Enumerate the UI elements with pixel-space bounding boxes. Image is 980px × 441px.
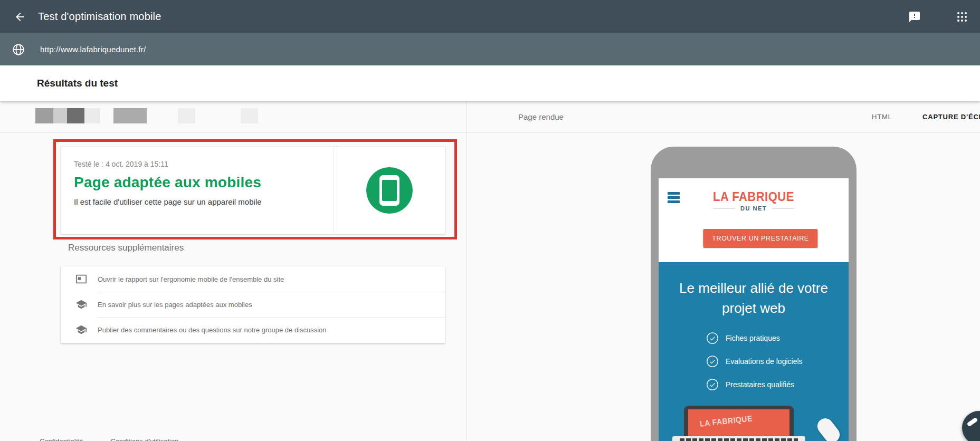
results-heading: Résultats du test [37,78,118,89]
page-title: Test d'optimisation mobile [38,11,161,23]
site-feature-item: Fiches pratiques [706,332,849,344]
skeleton-block [35,108,100,123]
panel-divider [467,101,467,441]
mobile-friendly-test-page: Test d'optimisation mobile http://www.la… [0,0,980,441]
school-icon [75,324,88,335]
tab-screenshot[interactable]: CAPTURE D'ÉCRAN [922,113,980,121]
site-feature-item: Evaluations de logiciels [706,355,849,368]
site-logo: LA FABRIQUE DU NET [659,190,849,212]
site-hero-title: Le meilleur allié de votre projet web [673,278,834,318]
resource-label: Ouvrir le rapport sur l'ergonomie mobile… [98,275,284,283]
site-logo-line2: DU NET [659,205,849,212]
laptop-screen-text: LA FABRIQUE [699,414,753,428]
phone-mockup: LA FABRIQUE DU NET TROUVER UN PRESTATAIR… [651,147,857,441]
back-arrow-icon [14,11,26,23]
skeleton-block [241,108,258,123]
site-hero-section: Le meilleur allié de votre projet web Fi… [659,262,849,441]
terms-link[interactable]: Conditions d'utilisation [110,437,178,441]
site-cta-button: TROUVER UN PRESTATAIRE [703,229,817,248]
laptop-illustration: LA FABRIQUE [672,406,805,441]
tested-url-bar: http://www.lafabriquedunet.fr/ [0,33,980,65]
skeleton-block [113,108,147,123]
school-icon [75,299,88,310]
check-circle-icon [706,332,719,344]
resource-label: En savoir plus sur les pages adaptées au… [98,301,252,309]
apps-grid-icon [956,11,968,23]
site-feature-label: Prestataires qualifiés [726,380,794,389]
red-annotation-box [53,139,457,239]
feedback-button[interactable] [904,6,925,27]
resource-link-site-report[interactable]: Ouvrir le rapport sur l'ergonomie mobile… [61,266,445,292]
resource-label: Publier des commentaires ou des question… [98,326,327,334]
back-button[interactable] [11,7,30,26]
feedback-fab[interactable] [962,411,980,441]
globe-icon [12,43,25,56]
feedback-icon [908,11,921,23]
site-feature-label: Evaluations de logiciels [726,357,803,366]
resource-link-discussion-group[interactable]: Publier des commentaires ou des question… [61,317,445,342]
footer: ConfidentialitéConditions d'utilisation [40,437,206,441]
horizontal-divider [0,132,980,133]
tab-html[interactable]: HTML [872,113,892,121]
resources-card: Ouvrir le rapport sur l'ergonomie mobile… [61,266,445,343]
skeleton-block [178,108,195,123]
fab-icon [967,417,978,427]
site-feature-label: Fiches pratiques [726,334,780,342]
privacy-link[interactable]: Confidentialité [40,437,83,441]
resource-link-learn-more[interactable]: En savoir plus sur les pages adaptées au… [61,292,445,317]
tested-url: http://www.lafabriquedunet.fr/ [40,45,146,54]
check-circle-icon [706,378,719,391]
site-feature-item: Prestataires qualifiés [706,378,849,391]
site-logo-line1: LA FABRIQUE [713,189,794,204]
resources-heading: Ressources supplémentaires [68,243,184,253]
check-circle-icon [706,355,719,368]
google-apps-button[interactable] [952,6,973,27]
mouse-illustration [814,415,843,441]
report-icon [75,273,88,285]
app-bar: Test d'optimisation mobile [0,0,980,33]
rendered-page-label: Page rendue [518,112,564,121]
phone-screen: LA FABRIQUE DU NET TROUVER UN PRESTATAIR… [659,178,849,441]
results-header: Résultats du test [0,65,980,101]
